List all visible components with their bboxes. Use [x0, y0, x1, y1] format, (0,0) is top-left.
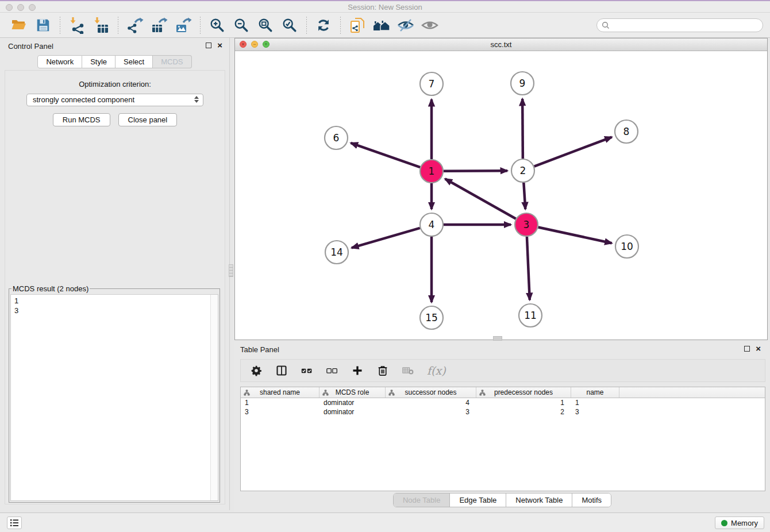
- graph-edge-2-8[interactable]: [534, 137, 612, 167]
- cell-mcds-role[interactable]: dominator: [319, 398, 386, 407]
- delete-row-icon[interactable]: [376, 364, 389, 377]
- graph-node-11[interactable]: 11: [519, 304, 542, 327]
- tab-select[interactable]: Select: [116, 55, 153, 68]
- virtual-column-icon: [479, 390, 486, 398]
- column-header-name[interactable]: name: [571, 387, 619, 398]
- svg-text:11: 11: [524, 310, 537, 321]
- virtual-column-icon: [322, 390, 329, 398]
- select-all-checkboxes-icon[interactable]: [301, 364, 313, 377]
- graph-edge-3-1[interactable]: [445, 179, 516, 218]
- run-mcds-button[interactable]: Run MCDS: [53, 113, 110, 126]
- column-header-mcds-role[interactable]: MCDS role: [319, 387, 386, 398]
- float-panel-icon[interactable]: [206, 43, 211, 48]
- cell-shared-name[interactable]: 1: [241, 398, 319, 407]
- graph-node-10[interactable]: 10: [615, 235, 638, 258]
- control-panel-tabs: Network Style Select MCDS: [0, 55, 229, 68]
- graph-node-7[interactable]: 7: [420, 72, 443, 95]
- column-header-predecessor-nodes[interactable]: predecessor nodes: [476, 387, 571, 398]
- graph-node-9[interactable]: 9: [511, 72, 534, 95]
- vertical-splitter-grip[interactable]: [229, 264, 233, 277]
- settings-gear-icon[interactable]: [250, 364, 263, 377]
- criterion-selected-value: strongly connected component: [33, 95, 134, 104]
- add-row-icon[interactable]: [351, 364, 364, 377]
- network-canvas[interactable]: 7968124314101511: [235, 51, 767, 340]
- zoom-selected-icon[interactable]: [280, 16, 299, 34]
- memory-button[interactable]: Memory: [715, 516, 764, 529]
- graph-node-15[interactable]: 15: [420, 306, 443, 329]
- tab-network[interactable]: Network: [37, 55, 82, 68]
- deselect-all-checkboxes-icon[interactable]: [326, 364, 338, 377]
- graph-node-8[interactable]: 8: [615, 120, 638, 143]
- zoom-fit-icon[interactable]: [256, 16, 275, 34]
- cell-name[interactable]: 3: [571, 407, 619, 417]
- zoom-out-icon[interactable]: [232, 16, 251, 34]
- close-table-panel-icon[interactable]: ×: [756, 345, 761, 352]
- export-network-icon[interactable]: [126, 16, 144, 34]
- table-row[interactable]: 3 dominator 3 2 3: [241, 407, 765, 417]
- graph-edge-3-11[interactable]: [527, 237, 530, 300]
- close-panel-icon[interactable]: ×: [217, 42, 222, 49]
- graph-edge-2-9[interactable]: [522, 99, 523, 159]
- function-builder-icon[interactable]: f(x): [427, 364, 446, 377]
- task-history-button[interactable]: [7, 516, 22, 529]
- import-network-icon[interactable]: [68, 16, 86, 34]
- cell-predecessor-nodes[interactable]: 2: [476, 407, 571, 417]
- mcds-result-list[interactable]: 1 3: [10, 294, 218, 501]
- cell-predecessor-nodes[interactable]: 1: [476, 398, 571, 407]
- show-all-eye-icon[interactable]: [421, 16, 439, 34]
- graph-edge-2-3[interactable]: [523, 183, 525, 209]
- cell-name[interactable]: 1: [571, 398, 619, 407]
- float-table-panel-icon[interactable]: [744, 346, 750, 352]
- hide-selected-eye-icon[interactable]: [396, 16, 415, 34]
- network-window-titlebar[interactable]: × − + scc.txt: [235, 38, 767, 51]
- cell-successor-nodes[interactable]: 4: [386, 398, 476, 407]
- import-table-icon[interactable]: [92, 16, 110, 34]
- cell-shared-name[interactable]: 3: [241, 407, 319, 417]
- column-header-successor-nodes[interactable]: successor nodes: [386, 387, 476, 398]
- tab-edge-table[interactable]: Edge Table: [449, 494, 506, 507]
- tab-node-table[interactable]: Node Table: [394, 494, 450, 507]
- criterion-select[interactable]: strongly connected component: [26, 94, 203, 106]
- tab-motifs[interactable]: Motifs: [572, 494, 611, 507]
- graph-edge-4-14[interactable]: [352, 228, 420, 248]
- delete-column-icon[interactable]: [402, 364, 414, 377]
- close-panel-button[interactable]: Close panel: [118, 113, 178, 126]
- search-input[interactable]: [596, 18, 763, 32]
- tab-mcds[interactable]: MCDS: [153, 55, 191, 68]
- refresh-icon[interactable]: [314, 16, 333, 34]
- home-view-icon[interactable]: [372, 16, 391, 34]
- result-scrollbar-track[interactable]: [210, 295, 218, 500]
- graph-node-14[interactable]: 14: [325, 241, 348, 264]
- svg-text:4: 4: [429, 219, 435, 230]
- export-table-icon[interactable]: [150, 16, 168, 34]
- graph-node-4[interactable]: 4: [420, 213, 443, 236]
- column-header-filler: [619, 387, 765, 398]
- network-share-icon[interactable]: [348, 16, 367, 34]
- node-table: shared name MCDS role successor nodes pr…: [240, 387, 765, 491]
- column-header-shared-name[interactable]: shared name: [241, 387, 319, 398]
- control-panel: Control Panel × Network Style Select MCD…: [0, 38, 230, 510]
- show-column-icon[interactable]: [275, 364, 288, 377]
- horizontal-splitter-grip[interactable]: [493, 336, 502, 341]
- open-session-icon[interactable]: [10, 16, 28, 34]
- graph-node-2[interactable]: 2: [511, 159, 534, 182]
- virtual-column-icon: [244, 390, 250, 398]
- graph-node-6[interactable]: 6: [325, 126, 348, 149]
- graph-edge-3-10[interactable]: [538, 227, 612, 243]
- zoom-in-icon[interactable]: [208, 16, 226, 34]
- save-session-icon[interactable]: [34, 16, 52, 34]
- cell-successor-nodes[interactable]: 3: [386, 407, 476, 417]
- search-field-wrap: [596, 18, 763, 32]
- svg-text:2: 2: [520, 165, 526, 176]
- graph-node-3[interactable]: 3: [515, 213, 538, 236]
- tab-network-table[interactable]: Network Table: [506, 494, 572, 507]
- tab-style[interactable]: Style: [82, 55, 116, 68]
- graph-edge-1-2[interactable]: [444, 171, 507, 171]
- export-image-icon[interactable]: [174, 16, 192, 34]
- svg-text:15: 15: [425, 312, 438, 323]
- graph-edge-1-6[interactable]: [351, 143, 420, 167]
- svg-text:6: 6: [333, 132, 340, 144]
- graph-node-1[interactable]: 1: [420, 160, 443, 183]
- table-row[interactable]: 1 dominator 4 1 1: [241, 398, 765, 407]
- cell-mcds-role[interactable]: dominator: [319, 407, 386, 417]
